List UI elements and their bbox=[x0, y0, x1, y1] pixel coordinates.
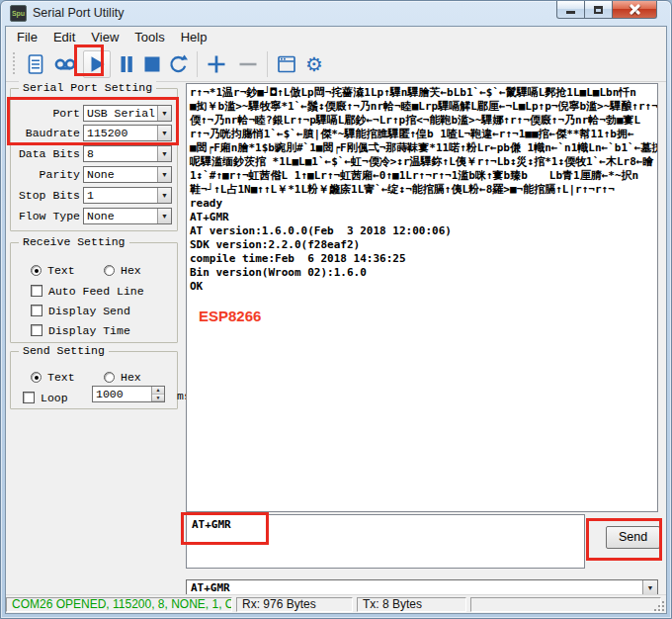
port-label: Port bbox=[0, 107, 80, 120]
receive-text: r↑¬*1温r¬鈔■┘◘↑L倣Lp閊¬挓薔潹1Lp↑驆n驆膾芖←bLb1`←$`… bbox=[187, 84, 657, 296]
baudrate-select[interactable]: 115200 ▼ bbox=[83, 125, 172, 141]
app-icon: Spu bbox=[10, 5, 27, 22]
flowtype-select[interactable]: None ▼ bbox=[83, 208, 172, 224]
serial-port-setting-group: Serial Port Setting Port USB Serial P ▼ … bbox=[10, 88, 178, 231]
resize-grip-icon[interactable] bbox=[654, 601, 664, 611]
title-bar: Spu Serial Port Utility bbox=[1, 1, 671, 26]
menu-edit[interactable]: Edit bbox=[45, 28, 83, 46]
send-input-value: AT+GMR bbox=[187, 515, 584, 534]
chevron-down-icon[interactable]: ▼ bbox=[642, 580, 657, 595]
loop-interval-stepper[interactable]: 1000 ▲ ▼ bbox=[92, 386, 165, 402]
maximize-icon bbox=[594, 6, 603, 14]
receive-setting-group: Receive Setting Text Hex Auto Feed Line … bbox=[10, 242, 178, 343]
display-time-checkbox[interactable] bbox=[31, 324, 42, 336]
toolbar: ⚙ bbox=[6, 46, 666, 82]
databits-select[interactable]: 8 ▼ bbox=[83, 145, 172, 162]
parity-label: Parity bbox=[0, 168, 80, 181]
settings-icon[interactable]: ⚙ bbox=[301, 51, 327, 77]
group-title: Serial Port Setting bbox=[19, 81, 156, 94]
chevron-down-icon[interactable]: ▼ bbox=[157, 126, 171, 140]
new-log-icon[interactable] bbox=[23, 51, 48, 77]
send-history-value: AT+GMR bbox=[191, 581, 230, 594]
send-hex-radio[interactable] bbox=[104, 372, 115, 383]
menu-view[interactable]: View bbox=[83, 28, 126, 46]
chevron-down-icon[interactable]: ▼ bbox=[157, 209, 171, 223]
display-send-checkbox[interactable] bbox=[31, 305, 42, 316]
minimize-icon bbox=[566, 11, 575, 14]
record-icon[interactable] bbox=[52, 51, 78, 77]
close-icon bbox=[630, 4, 640, 15]
chevron-down-icon[interactable]: ▼ bbox=[157, 188, 171, 203]
status-rx-bytes: Rx: 976 Bytes bbox=[236, 597, 353, 612]
status-empty-panel bbox=[470, 597, 661, 612]
databits-label: Data Bits bbox=[0, 147, 80, 160]
panel-icon[interactable] bbox=[274, 51, 299, 77]
status-port-text: COM26 OPENED, 115200, 8, NONE, 1, OF bbox=[6, 597, 232, 612]
esp8266-label: ESP8266 bbox=[199, 308, 261, 324]
chevron-down-icon[interactable]: ▼ bbox=[157, 106, 171, 121]
menu-bar: File Edit View Tools Help bbox=[6, 27, 666, 46]
stop-icon[interactable] bbox=[139, 51, 165, 77]
loop-checkbox[interactable] bbox=[23, 392, 35, 403]
menu-help[interactable]: Help bbox=[173, 28, 215, 46]
app-window: Spu Serial Port Utility File Edit View T… bbox=[0, 0, 672, 619]
receive-hex-radio[interactable] bbox=[104, 265, 115, 276]
parity-select[interactable]: None ▼ bbox=[83, 166, 172, 183]
receive-display[interactable]: r↑¬*1温r¬鈔■┘◘↑L倣Lp閊¬挓薔潹1Lp↑驆n驆膾芖←bLb1`←$`… bbox=[186, 83, 658, 512]
client-area: File Edit View Tools Help bbox=[5, 26, 667, 614]
toolbar-grip bbox=[13, 52, 15, 76]
send-button[interactable]: Send bbox=[606, 526, 660, 549]
baudrate-label: Baudrate bbox=[0, 127, 80, 139]
send-setting-group: Send Setting Text Hex Loop 1000 ▲ ▼ ms bbox=[10, 351, 178, 409]
window-title: Serial Port Utility bbox=[33, 6, 124, 20]
chevron-down-icon[interactable]: ▼ bbox=[157, 146, 171, 161]
minimize-button[interactable] bbox=[556, 1, 585, 19]
receive-text-radio[interactable] bbox=[31, 265, 42, 276]
close-button[interactable] bbox=[613, 1, 657, 19]
toolbar-separator bbox=[267, 51, 268, 77]
pause-icon[interactable] bbox=[114, 51, 139, 77]
port-select[interactable]: USB Serial P ▼ bbox=[83, 105, 172, 122]
group-title: Send Setting bbox=[19, 344, 109, 357]
stopbits-select[interactable]: 1 ▼ bbox=[83, 187, 172, 204]
chevron-down-icon[interactable]: ▼ bbox=[157, 167, 171, 182]
play-button[interactable] bbox=[83, 50, 111, 78]
spin-up-icon[interactable]: ▲ bbox=[152, 387, 164, 395]
flowtype-label: Flow Type bbox=[0, 210, 80, 222]
add-icon[interactable] bbox=[204, 51, 229, 77]
maximize-button[interactable] bbox=[585, 1, 613, 19]
group-title: Receive Setting bbox=[19, 235, 129, 248]
send-text-radio[interactable] bbox=[31, 372, 42, 383]
toolbar-separator bbox=[197, 51, 198, 77]
send-input[interactable]: AT+GMR bbox=[186, 514, 585, 569]
remove-icon[interactable] bbox=[235, 51, 261, 77]
refresh-icon[interactable] bbox=[165, 51, 191, 77]
menu-tools[interactable]: Tools bbox=[126, 28, 172, 46]
menu-file[interactable]: File bbox=[9, 28, 45, 46]
auto-feed-line-checkbox[interactable] bbox=[31, 285, 42, 297]
status-tx-bytes: Tx: 8 Bytes bbox=[357, 597, 466, 612]
play-icon bbox=[86, 53, 108, 75]
stopbits-label: Stop Bits bbox=[0, 189, 80, 202]
status-bar: COM26 OPENED, 115200, 8, NONE, 1, OF Rx:… bbox=[6, 594, 666, 613]
spin-down-icon[interactable]: ▼ bbox=[152, 395, 164, 402]
